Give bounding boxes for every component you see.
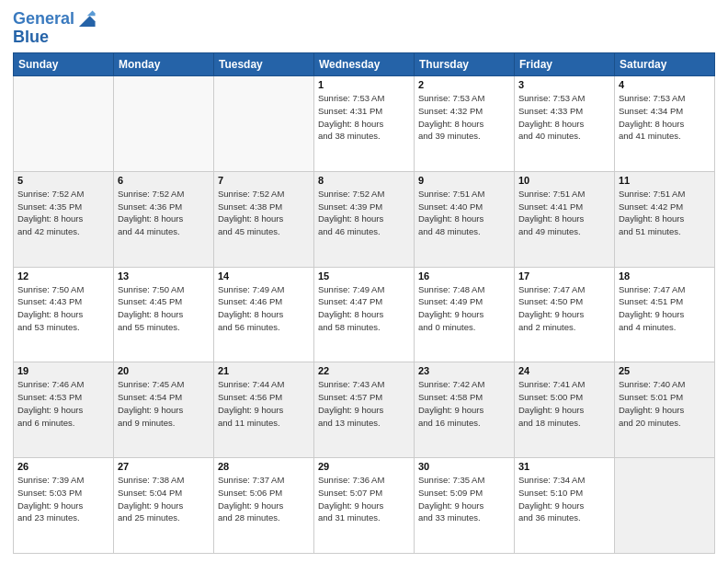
day-info: Sunrise: 7:51 AM Sunset: 4:42 PM Dayligh…: [619, 188, 711, 238]
day-number: 24: [518, 365, 610, 376]
calendar-cell: 9Sunrise: 7:51 AM Sunset: 4:40 PM Daylig…: [415, 171, 515, 267]
day-header-thursday: Thursday: [415, 53, 515, 76]
day-info: Sunrise: 7:51 AM Sunset: 4:41 PM Dayligh…: [518, 188, 610, 238]
calendar-cell: 21Sunrise: 7:44 AM Sunset: 4:56 PM Dayli…: [214, 362, 314, 458]
day-info: Sunrise: 7:49 AM Sunset: 4:46 PM Dayligh…: [218, 283, 310, 334]
day-info: Sunrise: 7:44 AM Sunset: 4:56 PM Dayligh…: [218, 378, 310, 429]
day-number: 4: [619, 79, 711, 90]
day-info: Sunrise: 7:41 AM Sunset: 5:00 PM Dayligh…: [518, 378, 610, 429]
day-info: Sunrise: 7:45 AM Sunset: 4:54 PM Dayligh…: [118, 378, 210, 429]
calendar-cell: 31Sunrise: 7:34 AM Sunset: 5:10 PM Dayli…: [515, 458, 615, 554]
day-info: Sunrise: 7:50 AM Sunset: 4:45 PM Dayligh…: [118, 283, 210, 334]
calendar-week-3: 19Sunrise: 7:46 AM Sunset: 4:53 PM Dayli…: [14, 362, 715, 458]
calendar-cell: 14Sunrise: 7:49 AM Sunset: 4:46 PM Dayli…: [214, 267, 314, 362]
day-number: 10: [518, 175, 610, 186]
day-number: 12: [17, 270, 109, 282]
day-info: Sunrise: 7:47 AM Sunset: 4:50 PM Dayligh…: [518, 283, 610, 334]
day-number: 6: [118, 175, 210, 186]
day-info: Sunrise: 7:48 AM Sunset: 4:49 PM Dayligh…: [418, 283, 510, 334]
day-number: 19: [17, 365, 109, 376]
day-info: Sunrise: 7:46 AM Sunset: 4:53 PM Dayligh…: [17, 378, 109, 429]
logo: General Blue: [13, 9, 97, 47]
day-number: 14: [218, 270, 310, 282]
day-number: 25: [619, 365, 711, 376]
calendar-cell: 19Sunrise: 7:46 AM Sunset: 4:53 PM Dayli…: [14, 362, 114, 458]
day-number: 13: [118, 270, 210, 282]
day-number: 17: [518, 270, 610, 282]
day-info: Sunrise: 7:40 AM Sunset: 5:01 PM Dayligh…: [619, 378, 711, 429]
calendar-week-0: 1Sunrise: 7:53 AM Sunset: 4:31 PM Daylig…: [14, 76, 715, 172]
calendar-cell: 16Sunrise: 7:48 AM Sunset: 4:49 PM Dayli…: [415, 267, 515, 362]
day-number: 26: [17, 461, 109, 472]
calendar-cell: 17Sunrise: 7:47 AM Sunset: 4:50 PM Dayli…: [515, 267, 615, 362]
calendar-cell: 12Sunrise: 7:50 AM Sunset: 4:43 PM Dayli…: [14, 267, 114, 362]
day-number: 18: [619, 270, 711, 282]
day-info: Sunrise: 7:36 AM Sunset: 5:07 PM Dayligh…: [318, 474, 410, 524]
day-number: 1: [318, 79, 410, 90]
day-header-monday: Monday: [114, 53, 214, 76]
calendar-cell: [214, 76, 314, 172]
day-number: 16: [418, 270, 510, 282]
page: General Blue SundayMondayTuesdayWednesda…: [0, 0, 728, 563]
day-header-friday: Friday: [515, 53, 615, 76]
day-info: Sunrise: 7:51 AM Sunset: 4:40 PM Dayligh…: [418, 188, 510, 238]
day-info: Sunrise: 7:53 AM Sunset: 4:32 PM Dayligh…: [418, 92, 510, 143]
day-info: Sunrise: 7:47 AM Sunset: 4:51 PM Dayligh…: [619, 283, 711, 334]
day-number: 29: [318, 461, 410, 472]
calendar-header-row: SundayMondayTuesdayWednesdayThursdayFrid…: [14, 53, 715, 76]
calendar-table: SundayMondayTuesdayWednesdayThursdayFrid…: [13, 52, 715, 554]
calendar-cell: 25Sunrise: 7:40 AM Sunset: 5:01 PM Dayli…: [615, 362, 715, 458]
day-info: Sunrise: 7:53 AM Sunset: 4:31 PM Dayligh…: [318, 92, 410, 143]
calendar-cell: 4Sunrise: 7:53 AM Sunset: 4:34 PM Daylig…: [615, 76, 715, 172]
calendar-week-2: 12Sunrise: 7:50 AM Sunset: 4:43 PM Dayli…: [14, 267, 715, 362]
day-info: Sunrise: 7:37 AM Sunset: 5:06 PM Dayligh…: [218, 474, 310, 524]
calendar-cell: 8Sunrise: 7:52 AM Sunset: 4:39 PM Daylig…: [314, 171, 415, 267]
calendar-cell: 2Sunrise: 7:53 AM Sunset: 4:32 PM Daylig…: [415, 76, 515, 172]
day-number: 20: [118, 365, 210, 376]
calendar-cell: 22Sunrise: 7:43 AM Sunset: 4:57 PM Dayli…: [314, 362, 415, 458]
calendar-cell: 23Sunrise: 7:42 AM Sunset: 4:58 PM Dayli…: [415, 362, 515, 458]
calendar-cell: 20Sunrise: 7:45 AM Sunset: 4:54 PM Dayli…: [114, 362, 214, 458]
day-number: 11: [619, 175, 711, 186]
calendar-cell: 13Sunrise: 7:50 AM Sunset: 4:45 PM Dayli…: [114, 267, 214, 362]
day-number: 21: [218, 365, 310, 376]
day-number: 3: [518, 79, 610, 90]
day-info: Sunrise: 7:49 AM Sunset: 4:47 PM Dayligh…: [318, 283, 410, 334]
calendar-cell: [615, 458, 715, 554]
svg-marker-0: [79, 16, 96, 27]
header: General Blue: [13, 9, 715, 47]
calendar-cell: 15Sunrise: 7:49 AM Sunset: 4:47 PM Dayli…: [314, 267, 415, 362]
calendar-cell: 7Sunrise: 7:52 AM Sunset: 4:38 PM Daylig…: [214, 171, 314, 267]
day-number: 8: [318, 175, 410, 186]
calendar-cell: 26Sunrise: 7:39 AM Sunset: 5:03 PM Dayli…: [14, 458, 114, 554]
calendar-cell: 18Sunrise: 7:47 AM Sunset: 4:51 PM Dayli…: [615, 267, 715, 362]
day-header-saturday: Saturday: [615, 53, 715, 76]
day-info: Sunrise: 7:39 AM Sunset: 5:03 PM Dayligh…: [17, 474, 109, 524]
calendar-week-4: 26Sunrise: 7:39 AM Sunset: 5:03 PM Dayli…: [14, 458, 715, 554]
day-number: 31: [518, 461, 610, 472]
calendar-cell: 27Sunrise: 7:38 AM Sunset: 5:04 PM Dayli…: [114, 458, 214, 554]
day-number: 7: [218, 175, 310, 186]
calendar-cell: 30Sunrise: 7:35 AM Sunset: 5:09 PM Dayli…: [415, 458, 515, 554]
day-info: Sunrise: 7:35 AM Sunset: 5:09 PM Dayligh…: [418, 474, 510, 524]
calendar-cell: 24Sunrise: 7:41 AM Sunset: 5:00 PM Dayli…: [515, 362, 615, 458]
day-info: Sunrise: 7:52 AM Sunset: 4:36 PM Dayligh…: [118, 188, 210, 238]
day-number: 27: [118, 461, 210, 472]
logo-icon: [76, 9, 97, 29]
day-info: Sunrise: 7:52 AM Sunset: 4:35 PM Dayligh…: [17, 188, 109, 238]
day-number: 30: [418, 461, 510, 472]
logo-blue: Blue: [13, 28, 97, 47]
calendar-week-1: 5Sunrise: 7:52 AM Sunset: 4:35 PM Daylig…: [14, 171, 715, 267]
day-info: Sunrise: 7:53 AM Sunset: 4:34 PM Dayligh…: [619, 92, 711, 143]
calendar-cell: 5Sunrise: 7:52 AM Sunset: 4:35 PM Daylig…: [14, 171, 114, 267]
day-info: Sunrise: 7:52 AM Sunset: 4:39 PM Dayligh…: [318, 188, 410, 238]
svg-marker-1: [87, 10, 96, 16]
calendar-cell: 10Sunrise: 7:51 AM Sunset: 4:41 PM Dayli…: [515, 171, 615, 267]
day-info: Sunrise: 7:52 AM Sunset: 4:38 PM Dayligh…: [218, 188, 310, 238]
day-header-sunday: Sunday: [14, 53, 114, 76]
calendar-cell: 28Sunrise: 7:37 AM Sunset: 5:06 PM Dayli…: [214, 458, 314, 554]
logo-text: General: [13, 10, 74, 29]
day-number: 15: [318, 270, 410, 282]
calendar-cell: 3Sunrise: 7:53 AM Sunset: 4:33 PM Daylig…: [515, 76, 615, 172]
day-number: 5: [17, 175, 109, 186]
